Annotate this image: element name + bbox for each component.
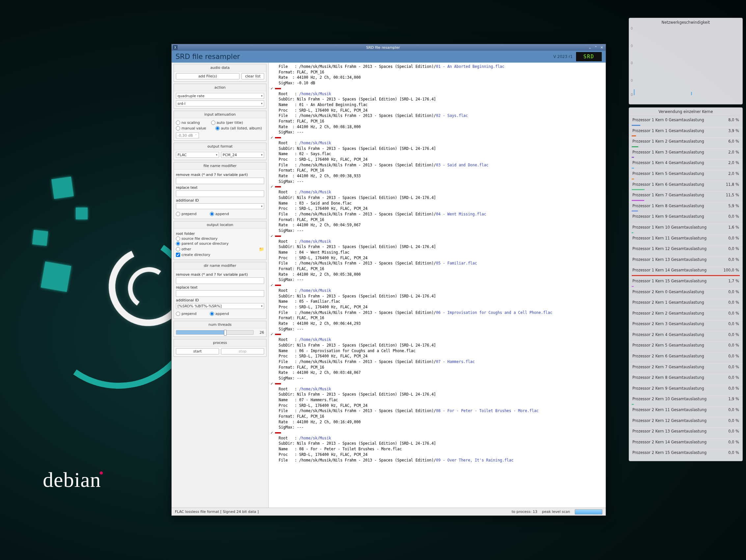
panel-dir-name-modifier: dir name modifier remove mask (* and ? f… [174, 262, 266, 319]
debian-wordmark: debian• [43, 468, 106, 492]
add-files-button[interactable]: add File(s) [176, 73, 239, 79]
threads-slider[interactable] [176, 330, 254, 335]
separator-bar [275, 186, 281, 188]
statusbar: FLAC lossless file format [ Signed 24 bi… [172, 508, 606, 515]
dnm-replace-input[interactable] [176, 290, 264, 297]
radio-no-scaling[interactable]: no scaling [176, 120, 200, 125]
core-row: Prozessor 1 Kern 11 Gesamtauslastung0,0 … [629, 235, 742, 246]
core-percent: 0,0 % [728, 321, 739, 326]
log-entry-check[interactable]: ✓ [271, 135, 273, 140]
core-row: Prozessor 2 Kern 7 Gesamtauslastung0,0 % [629, 364, 742, 374]
fnm-replace-input[interactable] [176, 190, 264, 197]
log-entry-check[interactable]: ✓ [271, 184, 273, 189]
app-title: SRD file resampler [176, 53, 240, 61]
core-row: Prozessor 1 Kern 4 Gesamtauslastung2,0 % [629, 160, 742, 170]
app-header: SRD file resampler V 2023 r1 SRD [172, 51, 606, 63]
fnm-prepend-radio[interactable]: prepend [176, 212, 197, 216]
core-label: Prozessor 1 Kern 12 Gesamtauslastung [632, 246, 707, 251]
core-row: Prozessor 1 Kern 5 Gesamtauslastung2,0 % [629, 170, 742, 181]
core-percent: 0,0 % [728, 214, 739, 219]
panel-file-name-modifier: file name modifier remove mask (* and ? … [174, 162, 266, 219]
core-percent: 100,0 % [723, 268, 739, 273]
status-progress-button[interactable] [575, 509, 602, 514]
fnm-id-select[interactable] [176, 203, 264, 209]
app-window: X SRD file resampler ⌄ ⌃ ✕ SRD file resa… [171, 44, 606, 516]
core-label: Prozessor 2 Kern 6 Gesamtauslastung [632, 354, 704, 358]
core-row: Prozessor 2 Kern 4 Gesamtauslastung0,0 % [629, 331, 742, 342]
fnm-append-radio[interactable]: append [210, 212, 229, 216]
core-row: Prozessor 1 Kern 15 Gesamtauslastung1,7 … [629, 278, 742, 288]
loc-parent-radio[interactable]: parent of source directory [176, 242, 264, 246]
attenuation-spin[interactable]: -0,30 dB [176, 133, 199, 138]
container-select[interactable]: FLAC [176, 152, 219, 158]
dnm-append-radio[interactable]: append [210, 312, 229, 316]
core-percent: 0,0 % [728, 246, 739, 251]
panel-process: process start stop [174, 339, 266, 357]
log-entry-check[interactable]: ✓ [271, 233, 273, 239]
core-percent: 2,0 % [728, 161, 739, 165]
core-percent: 0,0 % [728, 418, 739, 423]
core-percent: 3,9 % [728, 129, 739, 133]
core-label: Prozessor 1 Kern 1 Gesamtauslastung [632, 129, 704, 133]
panel-output-location: output locaton root folder source file d… [174, 221, 266, 260]
threads-value: 26 [256, 330, 264, 335]
core-percent: 0,0 % [728, 257, 739, 262]
processing-log[interactable]: File : /home/sk/Musik/Nils Frahm - 2013 … [269, 63, 606, 508]
core-row: Prozessor 1 Kern 10 Gesamtauslastung1,6 … [629, 224, 742, 235]
dnm-id-select[interactable]: [%SRD% %BIT%-%SR%] [176, 303, 264, 309]
log-entry-check[interactable]: ✓ [271, 283, 273, 288]
stop-button[interactable]: stop [221, 348, 264, 355]
dnm-remove-mask-input[interactable] [176, 277, 264, 284]
core-row: Prozessor 2 Kern 1 Gesamtauslastung0,0 % [629, 299, 742, 310]
fnm-remove-mask-input[interactable] [176, 177, 264, 184]
core-label: Prozessor 1 Kern 3 Gesamtauslastung [632, 150, 704, 155]
core-percent: 6,0 % [728, 139, 739, 144]
radio-auto-per-title[interactable]: auto (per title) [211, 120, 243, 125]
core-row: Prozessor 2 Kern 8 Gesamtauslastung0,0 % [629, 374, 742, 385]
start-button[interactable]: start [176, 348, 219, 355]
core-percent: 11,8 % [726, 182, 739, 187]
encoding-select[interactable]: PCM_24 [221, 152, 264, 158]
log-entry-check[interactable]: ✓ [271, 86, 273, 91]
core-percent: 0,0 % [728, 332, 739, 337]
core-label: Prozessor 1 Kern 13 Gesamtauslastung [632, 257, 707, 262]
log-entry-check[interactable]: ✓ [271, 381, 273, 386]
core-label: Prozessor 2 Kern 8 Gesamtauslastung [632, 375, 704, 380]
app-version: V 2023 r1 [553, 54, 573, 59]
log-entry-check[interactable]: ✓ [271, 430, 273, 436]
clear-list-button[interactable]: clear list [241, 73, 264, 79]
core-row: Prozessor 1 Kern 13 Gesamtauslastung0,0 … [629, 256, 742, 267]
core-percent: 0,0 % [728, 343, 739, 347]
titlebar[interactable]: X SRD file resampler ⌄ ⌃ ✕ [172, 44, 606, 51]
minimize-icon[interactable]: ⌄ [587, 45, 593, 50]
core-label: Prozessor 1 Kern 7 Gesamtauslastung [632, 193, 704, 197]
core-label: Prozessor 2 Kern 1 Gesamtauslastung [632, 300, 704, 305]
network-speed-widget: Netzwerkgeschwindigkeit 0 0 0 0 0 [629, 18, 743, 105]
radio-manual-value[interactable]: manual value [176, 126, 206, 131]
separator-bar [275, 235, 281, 237]
close-icon[interactable]: ✕ [599, 45, 604, 50]
log-entry-check[interactable]: ✓ [271, 332, 273, 337]
settings-sidebar[interactable]: audio data add File(s) clear list action… [172, 63, 269, 508]
loc-other-radio[interactable]: other [176, 247, 257, 251]
core-percent: 0,0 % [728, 440, 739, 444]
separator-bar [275, 137, 281, 138]
radio-auto-all[interactable]: auto (all listed, album) [216, 126, 262, 131]
window-title: SRD file resampler [179, 46, 586, 50]
loc-create-dir-check[interactable]: create directory [176, 253, 264, 257]
dnm-prepend-radio[interactable]: prepend [176, 312, 197, 316]
core-row: Prozessor 1 Kern 7 Gesamtauslastung11,5 … [629, 192, 742, 203]
core-label: Prozessor 2 Kern 10 Gesamtauslastung [632, 397, 707, 401]
panel-audio-data: audio data add File(s) clear list [174, 64, 266, 82]
core-label: Prozessor 1 Kern 11 Gesamtauslastung [632, 236, 707, 241]
action-mode-select[interactable]: quadruple rate [176, 93, 264, 99]
core-row: Prozessor 1 Kern 14 Gesamtauslastung100,… [629, 267, 742, 278]
core-label: Prozessor 1 Kern 15 Gesamtauslastung [632, 279, 707, 283]
maximize-icon[interactable]: ⌃ [593, 45, 598, 50]
panel-input-attenuation: input attenuation no scaling auto (per t… [174, 111, 266, 141]
core-widget-title: Verwendung einzelner Kerne [629, 108, 742, 116]
folder-icon[interactable]: 📁 [259, 247, 264, 252]
loc-source-radio[interactable]: source file directory [176, 236, 264, 241]
action-engine-select[interactable]: srd-l [176, 101, 264, 106]
core-percent: 11,5 % [726, 193, 739, 197]
